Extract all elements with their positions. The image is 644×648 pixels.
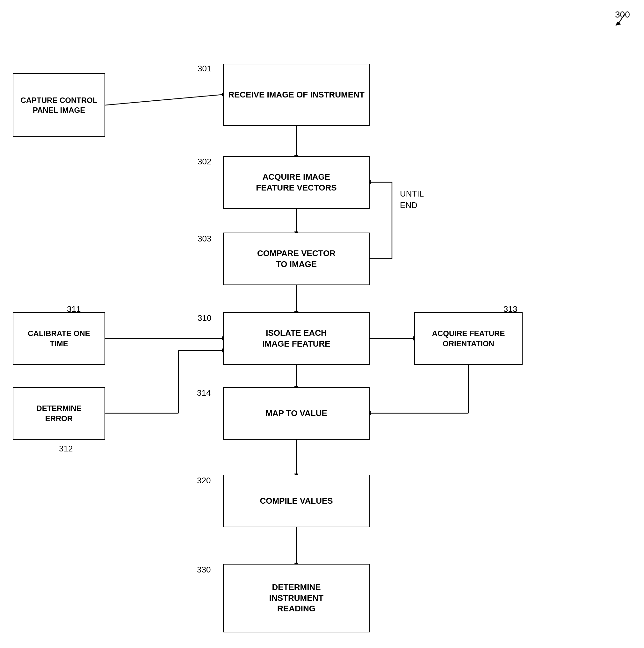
label-320: 320 [197, 476, 211, 486]
label-301: 301 [198, 64, 211, 73]
map-value-box: MAP TO VALUE [223, 387, 370, 440]
label-330: 330 [197, 565, 211, 575]
capture-control-panel-box: CAPTURE CONTROL PANEL IMAGE [13, 73, 105, 137]
label-until-end: UNTILEND [400, 188, 424, 211]
calibrate-box: CALIBRATE ONETIME [13, 312, 105, 365]
svg-line-2 [105, 95, 222, 105]
label-303: 303 [198, 234, 211, 244]
label-313: 313 [503, 304, 517, 314]
isolate-feature-box: ISOLATE EACHIMAGE FEATURE [223, 312, 370, 365]
label-311: 311 [67, 304, 80, 314]
acquire-orientation-box: ACQUIRE FEATUREORIENTATION [414, 312, 523, 365]
compare-vector-box: COMPARE VECTORTO IMAGE [223, 232, 370, 285]
svg-marker-13 [370, 180, 371, 184]
determine-error-box: DETERMINEERROR [13, 387, 105, 440]
label-302: 302 [198, 157, 211, 167]
acquire-vectors-box: ACQUIRE IMAGEFEATURE VECTORS [223, 156, 370, 209]
svg-marker-22 [370, 411, 371, 415]
receive-image-box: RECEIVE IMAGE OF INSTRUMENT [223, 64, 370, 126]
label-314: 314 [197, 388, 211, 398]
compile-values-box: COMPILE VALUES [223, 475, 370, 527]
label-312: 312 [59, 444, 73, 454]
flowchart-diagram: CAPTURE CONTROL PANEL IMAGE RECEIVE IMAG… [0, 0, 644, 648]
label-300: 300 [615, 9, 630, 20]
label-310: 310 [198, 313, 211, 323]
svg-marker-1 [615, 22, 621, 25]
determine-reading-box: DETERMINEINSTRUMENTREADING [223, 564, 370, 632]
